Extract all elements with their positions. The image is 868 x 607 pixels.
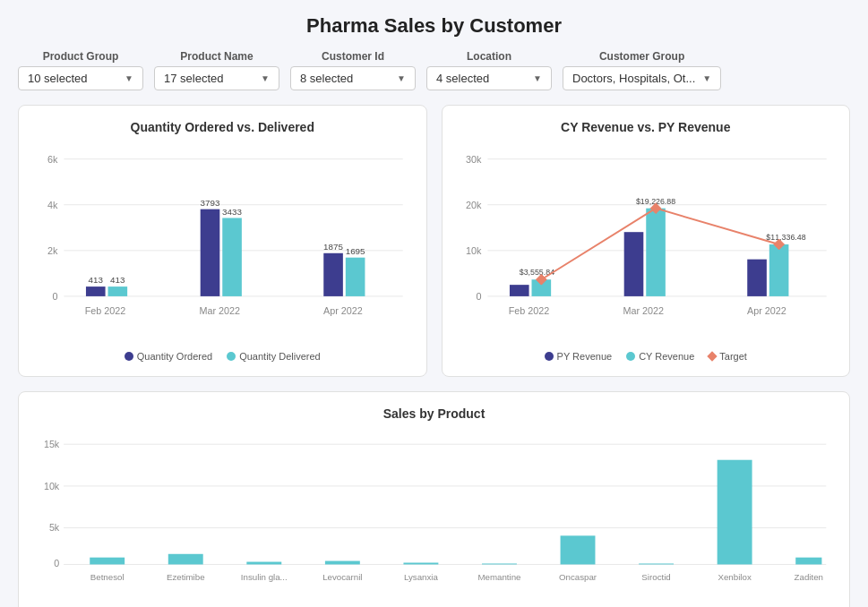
svg-text:3793: 3793	[201, 198, 220, 208]
svg-text:10k: 10k	[44, 481, 60, 492]
bar-mar-cy	[646, 209, 666, 296]
svg-text:Xenbilox: Xenbilox	[718, 572, 751, 582]
svg-text:Levocarnil: Levocarnil	[322, 572, 362, 582]
top-charts-row: Quantity Ordered vs. Delivered 6k 4k 2k …	[18, 105, 850, 377]
product-group-value: 10 selected	[28, 72, 88, 85]
revenue-chart-legend: PY Revenue CY Revenue Target	[457, 351, 836, 362]
svg-text:20k: 20k	[466, 200, 482, 210]
page-container: Pharma Sales by Customer Product Group 1…	[0, 0, 868, 607]
bar-siroctid	[639, 563, 674, 564]
bar-apr-cy	[769, 244, 788, 296]
chevron-down-icon: ▼	[533, 73, 542, 83]
chevron-down-icon: ▼	[702, 73, 711, 83]
legend-cy-revenue: CY Revenue	[626, 351, 694, 362]
bar-mar-ordered	[201, 209, 220, 296]
svg-text:$11,336.48: $11,336.48	[766, 233, 805, 242]
svg-text:Zaditen: Zaditen	[795, 572, 823, 582]
svg-text:0: 0	[476, 291, 481, 302]
product-name-value: 17 selected	[164, 72, 224, 85]
qty-chart-svg: 6k 4k 2k 0 413 413 Feb 2022	[33, 143, 412, 340]
svg-text:Oncaspar: Oncaspar	[559, 572, 597, 582]
svg-text:Siroctid: Siroctid	[641, 572, 670, 582]
legend-qty-ordered: Quantity Ordered	[125, 351, 212, 362]
svg-text:6k: 6k	[47, 154, 58, 165]
qty-chart-legend: Quantity Ordered Quantity Delivered	[33, 351, 412, 362]
sales-chart-title: Sales by Product	[33, 406, 835, 421]
filter-product-group: Product Group 10 selected ▼	[18, 50, 143, 90]
qty-chart-card: Quantity Ordered vs. Delivered 6k 4k 2k …	[18, 105, 427, 377]
bar-feb-delivered	[108, 286, 128, 296]
bar-memantine	[482, 563, 517, 564]
bar-apr-ordered	[323, 253, 343, 296]
filters-row: Product Group 10 selected ▼ Product Name…	[18, 50, 850, 90]
svg-text:Betnesol: Betnesol	[90, 572, 125, 582]
filter-customer-group-label: Customer Group	[563, 50, 721, 63]
legend-target: Target	[709, 351, 747, 362]
legend-label-target: Target	[719, 351, 747, 362]
location-value: 4 selected	[436, 72, 489, 85]
sales-chart-card: Sales by Product 15k 10k 5k 0 Betnesol	[18, 391, 850, 607]
chevron-down-icon: ▼	[125, 73, 133, 83]
product-group-select[interactable]: 10 selected ▼	[18, 66, 143, 90]
filter-location: Location 4 selected ▼	[426, 50, 552, 90]
svg-text:Apr 2022: Apr 2022	[746, 305, 786, 316]
sales-chart-area: 15k 10k 5k 0 Betnesol Ezetimibe	[33, 430, 835, 603]
svg-text:Lysanxia: Lysanxia	[404, 572, 439, 582]
legend-dot-delivered	[227, 352, 236, 361]
legend-dot-cy	[626, 352, 635, 361]
bar-levocarnil	[325, 561, 360, 565]
customer-id-value: 8 selected	[300, 72, 353, 85]
legend-dot-py	[545, 352, 554, 361]
bar-ezetimibe	[168, 554, 203, 565]
revenue-chart-card: CY Revenue vs. PY Revenue 30k 20k 10k 0	[442, 105, 851, 377]
customer-group-select[interactable]: Doctors, Hospitals, Ot... ▼	[563, 66, 721, 90]
legend-label-delivered: Quantity Delivered	[239, 351, 321, 362]
filter-customer-group: Customer Group Doctors, Hospitals, Ot...…	[563, 50, 721, 90]
chevron-down-icon: ▼	[397, 73, 406, 83]
location-select[interactable]: 4 selected ▼	[426, 66, 552, 90]
revenue-chart-area: 30k 20k 10k 0 $3,555.84 Feb 2022	[457, 143, 836, 344]
revenue-chart-title: CY Revenue vs. PY Revenue	[457, 120, 836, 134]
filter-location-label: Location	[426, 50, 552, 63]
bar-oncaspar	[561, 535, 596, 564]
svg-text:3433: 3433	[222, 207, 242, 217]
page-title: Pharma Sales by Customer	[18, 14, 850, 38]
svg-text:Memantine: Memantine	[477, 572, 520, 582]
sales-chart-svg: 15k 10k 5k 0 Betnesol Ezetimibe	[33, 430, 835, 600]
bar-mar-delivered	[222, 218, 242, 295]
legend-qty-delivered: Quantity Delivered	[227, 351, 321, 362]
svg-text:4k: 4k	[47, 200, 58, 210]
svg-text:413: 413	[110, 275, 125, 285]
revenue-chart-svg: 30k 20k 10k 0 $3,555.84 Feb 2022	[457, 143, 836, 340]
filter-product-name: Product Name 17 selected ▼	[154, 50, 279, 90]
filter-product-group-label: Product Group	[18, 50, 143, 63]
bar-xenbilox	[718, 460, 752, 565]
bar-insulin	[246, 562, 281, 565]
svg-text:Ezetimibe: Ezetimibe	[167, 572, 205, 582]
customer-id-select[interactable]: 8 selected ▼	[290, 66, 416, 90]
customer-group-value: Doctors, Hospitals, Ot...	[572, 72, 695, 85]
svg-text:5k: 5k	[49, 522, 60, 533]
legend-dot-ordered	[125, 352, 133, 361]
svg-text:Feb 2022: Feb 2022	[508, 305, 549, 316]
svg-text:Mar 2022: Mar 2022	[199, 305, 240, 316]
svg-text:0: 0	[52, 291, 57, 302]
bar-betnesol	[90, 558, 125, 565]
svg-text:Feb 2022: Feb 2022	[85, 305, 126, 316]
bar-feb-py	[509, 285, 529, 296]
filter-customer-id-label: Customer Id	[290, 50, 416, 63]
bar-apr-delivered	[346, 258, 365, 296]
svg-text:1875: 1875	[323, 242, 343, 252]
product-name-select[interactable]: 17 selected ▼	[154, 66, 279, 90]
svg-text:0: 0	[54, 558, 59, 569]
legend-py-revenue: PY Revenue	[545, 351, 613, 362]
filter-customer-id: Customer Id 8 selected ▼	[290, 50, 416, 90]
svg-text:2k: 2k	[47, 245, 58, 256]
bar-mar-py	[623, 232, 643, 296]
svg-text:30k: 30k	[466, 154, 482, 165]
filter-product-name-label: Product Name	[154, 50, 279, 63]
qty-chart-title: Quantity Ordered vs. Delivered	[33, 120, 412, 134]
svg-text:413: 413	[89, 275, 104, 285]
svg-text:Insulin gla...: Insulin gla...	[241, 572, 288, 582]
chevron-down-icon: ▼	[261, 73, 270, 83]
